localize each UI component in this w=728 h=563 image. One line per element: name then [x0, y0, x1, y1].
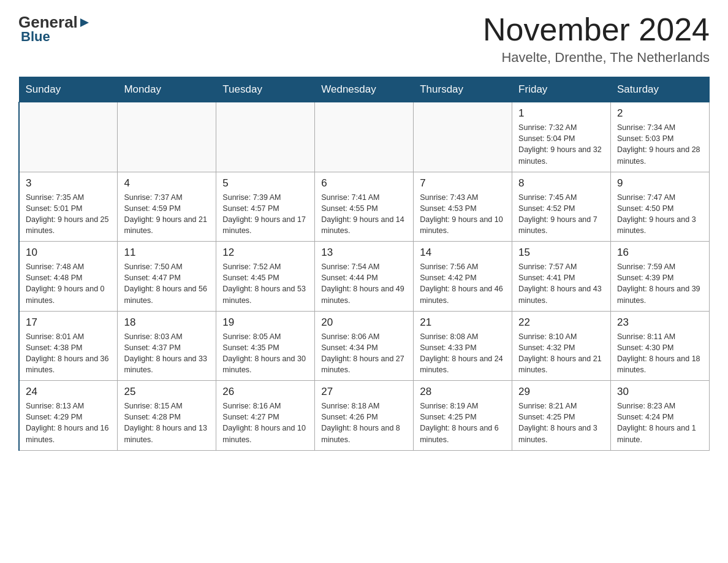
day-number: 13 [321, 247, 407, 259]
day-number: 21 [420, 316, 506, 329]
day-number: 29 [518, 386, 604, 398]
day-info: Sunrise: 8:19 AMSunset: 4:25 PMDaylight:… [420, 400, 506, 445]
calendar-cell [19, 102, 118, 172]
week-row-2: 3Sunrise: 7:35 AMSunset: 5:01 PMDaylight… [19, 172, 710, 242]
day-info: Sunrise: 8:08 AMSunset: 4:33 PMDaylight:… [420, 331, 506, 376]
day-number: 17 [26, 316, 111, 329]
calendar-cell: 7Sunrise: 7:43 AMSunset: 4:53 PMDaylight… [414, 172, 512, 242]
day-info: Sunrise: 7:43 AMSunset: 4:53 PMDaylight:… [420, 192, 506, 237]
day-number: 28 [420, 386, 506, 398]
day-info: Sunrise: 8:11 AMSunset: 4:30 PMDaylight:… [617, 331, 703, 376]
day-number: 1 [518, 107, 604, 120]
day-info: Sunrise: 7:37 AMSunset: 4:59 PMDaylight:… [124, 192, 210, 237]
day-info: Sunrise: 7:47 AMSunset: 4:50 PMDaylight:… [617, 192, 703, 237]
day-number: 7 [420, 177, 506, 190]
day-info: Sunrise: 8:21 AMSunset: 4:25 PMDaylight:… [518, 400, 604, 445]
day-number: 2 [617, 107, 703, 120]
calendar-cell: 12Sunrise: 7:52 AMSunset: 4:45 PMDayligh… [216, 242, 315, 312]
day-info: Sunrise: 8:15 AMSunset: 4:28 PMDaylight:… [124, 400, 210, 445]
week-row-3: 10Sunrise: 7:48 AMSunset: 4:48 PMDayligh… [19, 242, 710, 312]
day-info: Sunrise: 7:56 AMSunset: 4:42 PMDaylight:… [420, 261, 506, 306]
day-number: 25 [124, 386, 210, 398]
calendar-cell: 17Sunrise: 8:01 AMSunset: 4:38 PMDayligh… [19, 311, 118, 381]
day-info: Sunrise: 7:48 AMSunset: 4:48 PMDaylight:… [26, 261, 111, 306]
page-header: General Blue November 2024 Havelte, Dren… [18, 12, 710, 66]
month-title: November 2024 [483, 12, 710, 47]
day-info: Sunrise: 7:54 AMSunset: 4:44 PMDaylight:… [321, 261, 407, 306]
calendar-cell: 14Sunrise: 7:56 AMSunset: 4:42 PMDayligh… [414, 242, 512, 312]
day-info: Sunrise: 7:35 AMSunset: 5:01 PMDaylight:… [26, 192, 111, 237]
day-info: Sunrise: 8:18 AMSunset: 4:26 PMDaylight:… [321, 400, 407, 445]
day-info: Sunrise: 7:34 AMSunset: 5:03 PMDaylight:… [617, 122, 703, 167]
day-number: 20 [321, 316, 407, 329]
calendar-cell [118, 102, 216, 172]
weekday-header-monday: Monday [118, 77, 216, 102]
day-number: 8 [518, 177, 604, 190]
day-info: Sunrise: 7:50 AMSunset: 4:47 PMDaylight:… [124, 261, 210, 306]
calendar-cell: 2Sunrise: 7:34 AMSunset: 5:03 PMDaylight… [611, 102, 710, 172]
calendar-cell [315, 102, 414, 172]
day-number: 23 [617, 316, 703, 329]
calendar-cell: 16Sunrise: 7:59 AMSunset: 4:39 PMDayligh… [611, 242, 710, 312]
week-row-1: 1Sunrise: 7:32 AMSunset: 5:04 PMDaylight… [19, 102, 710, 172]
weekday-header-wednesday: Wednesday [315, 77, 414, 102]
weekday-header-saturday: Saturday [611, 77, 710, 102]
day-info: Sunrise: 8:13 AMSunset: 4:29 PMDaylight:… [26, 400, 111, 445]
weekday-header-sunday: Sunday [19, 77, 118, 102]
day-number: 9 [617, 177, 703, 190]
svg-marker-0 [80, 18, 89, 27]
calendar-cell: 28Sunrise: 8:19 AMSunset: 4:25 PMDayligh… [414, 381, 512, 451]
calendar-cell: 24Sunrise: 8:13 AMSunset: 4:29 PMDayligh… [19, 381, 118, 451]
calendar-cell: 18Sunrise: 8:03 AMSunset: 4:37 PMDayligh… [118, 311, 216, 381]
weekday-header-friday: Friday [512, 77, 611, 102]
weekday-header-tuesday: Tuesday [216, 77, 315, 102]
day-info: Sunrise: 8:03 AMSunset: 4:37 PMDaylight:… [124, 331, 210, 376]
day-info: Sunrise: 7:39 AMSunset: 4:57 PMDaylight:… [222, 192, 308, 237]
calendar-cell: 30Sunrise: 8:23 AMSunset: 4:24 PMDayligh… [611, 381, 710, 451]
day-info: Sunrise: 7:59 AMSunset: 4:39 PMDaylight:… [617, 261, 703, 306]
week-row-5: 24Sunrise: 8:13 AMSunset: 4:29 PMDayligh… [19, 381, 710, 451]
calendar-cell: 6Sunrise: 7:41 AMSunset: 4:55 PMDaylight… [315, 172, 414, 242]
calendar-cell: 19Sunrise: 8:05 AMSunset: 4:35 PMDayligh… [216, 311, 315, 381]
week-row-4: 17Sunrise: 8:01 AMSunset: 4:38 PMDayligh… [19, 311, 710, 381]
weekday-header-row: SundayMondayTuesdayWednesdayThursdayFrid… [19, 77, 710, 102]
day-info: Sunrise: 7:57 AMSunset: 4:41 PMDaylight:… [518, 261, 604, 306]
calendar-cell: 13Sunrise: 7:54 AMSunset: 4:44 PMDayligh… [315, 242, 414, 312]
calendar-cell: 5Sunrise: 7:39 AMSunset: 4:57 PMDaylight… [216, 172, 315, 242]
day-info: Sunrise: 7:41 AMSunset: 4:55 PMDaylight:… [321, 192, 407, 237]
day-info: Sunrise: 8:23 AMSunset: 4:24 PMDaylight:… [617, 400, 703, 445]
calendar-table: SundayMondayTuesdayWednesdayThursdayFrid… [18, 77, 710, 451]
calendar-cell: 26Sunrise: 8:16 AMSunset: 4:27 PMDayligh… [216, 381, 315, 451]
day-number: 15 [518, 247, 604, 259]
day-info: Sunrise: 8:05 AMSunset: 4:35 PMDaylight:… [222, 331, 308, 376]
day-number: 18 [124, 316, 210, 329]
calendar-cell: 27Sunrise: 8:18 AMSunset: 4:26 PMDayligh… [315, 381, 414, 451]
day-info: Sunrise: 7:45 AMSunset: 4:52 PMDaylight:… [518, 192, 604, 237]
calendar-cell: 11Sunrise: 7:50 AMSunset: 4:47 PMDayligh… [118, 242, 216, 312]
day-number: 26 [222, 386, 308, 398]
calendar-cell [216, 102, 315, 172]
day-number: 4 [124, 177, 210, 190]
title-block: November 2024 Havelte, Drenthe, The Neth… [483, 12, 710, 66]
day-info: Sunrise: 8:10 AMSunset: 4:32 PMDaylight:… [518, 331, 604, 376]
calendar-cell: 15Sunrise: 7:57 AMSunset: 4:41 PMDayligh… [512, 242, 611, 312]
day-number: 27 [321, 386, 407, 398]
day-number: 6 [321, 177, 407, 190]
day-info: Sunrise: 7:32 AMSunset: 5:04 PMDaylight:… [518, 122, 604, 167]
logo-arrow-icon [79, 13, 90, 33]
logo-blue-text: Blue [21, 29, 50, 44]
day-number: 12 [222, 247, 308, 259]
calendar-cell: 23Sunrise: 8:11 AMSunset: 4:30 PMDayligh… [611, 311, 710, 381]
day-number: 30 [617, 386, 703, 398]
day-number: 24 [26, 386, 111, 398]
calendar-cell: 9Sunrise: 7:47 AMSunset: 4:50 PMDaylight… [611, 172, 710, 242]
calendar-cell: 25Sunrise: 8:15 AMSunset: 4:28 PMDayligh… [118, 381, 216, 451]
day-number: 5 [222, 177, 308, 190]
calendar-cell: 8Sunrise: 7:45 AMSunset: 4:52 PMDaylight… [512, 172, 611, 242]
calendar-cell: 20Sunrise: 8:06 AMSunset: 4:34 PMDayligh… [315, 311, 414, 381]
calendar-cell: 1Sunrise: 7:32 AMSunset: 5:04 PMDaylight… [512, 102, 611, 172]
day-info: Sunrise: 8:01 AMSunset: 4:38 PMDaylight:… [26, 331, 111, 376]
day-number: 14 [420, 247, 506, 259]
location-subtitle: Havelte, Drenthe, The Netherlands [483, 50, 710, 66]
day-number: 3 [26, 177, 111, 190]
